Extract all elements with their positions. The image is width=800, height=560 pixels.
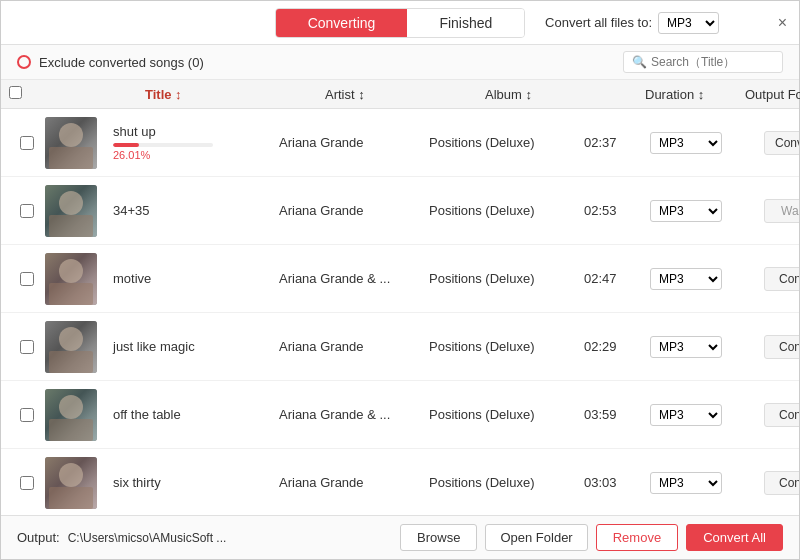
header-format-select[interactable]: MP3 MP4 WAV FLAC (658, 12, 719, 34)
song-title: shut up (113, 124, 275, 139)
search-input[interactable] (651, 55, 774, 69)
album-cell: Positions (Deluxe) (425, 339, 580, 354)
main-window: Converting Finished Convert all files to… (0, 0, 800, 560)
song-title: motive (113, 271, 275, 286)
exclude-checkbox[interactable] (17, 55, 31, 69)
song-title: 34+35 (113, 203, 275, 218)
format-select[interactable]: MP3 MP4 WAV FLAC (650, 200, 722, 222)
artist-cell: Ariana Grande (275, 203, 425, 218)
col-artist-header[interactable]: Artist ↕ (325, 87, 485, 102)
col-album-header[interactable]: Album ↕ (485, 87, 645, 102)
artist-cell: Ariana Grande (275, 475, 425, 490)
progress-text: 26.01% (113, 149, 275, 161)
row-checkbox[interactable] (20, 136, 34, 150)
col-duration-header[interactable]: Duration ↕ (645, 87, 745, 102)
row-checkbox-cell (9, 476, 45, 490)
action-cell: Converting × (760, 131, 799, 155)
converting-status-btn: Converting (764, 131, 799, 155)
title-cell: off the table (105, 407, 275, 422)
convert-all-button[interactable]: Convert All (686, 524, 783, 551)
select-all-checkbox[interactable] (9, 86, 22, 99)
row-checkbox-cell (9, 340, 45, 354)
title-cell: just like magic (105, 339, 275, 354)
album-cell: Positions (Deluxe) (425, 135, 580, 150)
format-select[interactable]: MP3 MP4 WAV FLAC (650, 336, 722, 358)
title-cell: 34+35 (105, 203, 275, 218)
convert-all-files-label: Convert all files to: MP3 MP4 WAV FLAC (545, 12, 719, 34)
format-select[interactable]: MP3 MP4 WAV FLAC (650, 404, 722, 426)
row-checkbox[interactable] (20, 340, 34, 354)
format-cell: MP3 MP4 WAV FLAC (650, 132, 760, 154)
output-path: C:\Users\micso\AMusicSoft ... (68, 531, 392, 545)
search-icon: 🔍 (632, 55, 647, 69)
thumbnail (45, 321, 97, 373)
row-checkbox[interactable] (20, 272, 34, 286)
format-select[interactable]: MP3 MP4 WAV FLAC (650, 268, 722, 290)
exclude-label: Exclude converted songs (0) (39, 55, 204, 70)
convert-button[interactable]: Convert (764, 471, 799, 495)
format-cell: MP3 MP4 WAV FLAC (650, 404, 760, 426)
convert-button[interactable]: Convert (764, 267, 799, 291)
action-cell: Convert × (760, 403, 799, 427)
row-checkbox[interactable] (20, 408, 34, 422)
thumbnail (45, 117, 97, 169)
tab-group: Converting Finished (275, 8, 526, 38)
thumbnail-image (45, 185, 97, 237)
progress-bar-container (113, 143, 213, 147)
row-checkbox-cell (9, 204, 45, 218)
open-folder-button[interactable]: Open Folder (485, 524, 587, 551)
action-cell: Waiting... × (760, 199, 799, 223)
table-row: just like magic Ariana Grande Positions … (1, 313, 799, 381)
table-row: off the table Ariana Grande & ... Positi… (1, 381, 799, 449)
thumbnail-image (45, 457, 97, 509)
col-title-header[interactable]: Title ↕ (145, 87, 325, 102)
title-cell: shut up 26.01% (105, 124, 275, 161)
format-select[interactable]: MP3 MP4 WAV FLAC (650, 132, 722, 154)
song-title: six thirty (113, 475, 275, 490)
convert-all-text: Convert all files to: (545, 15, 652, 30)
artist-cell: Ariana Grande (275, 339, 425, 354)
artist-cell: Ariana Grande & ... (275, 271, 425, 286)
duration-cell: 02:29 (580, 339, 650, 354)
progress-bar-fill (113, 143, 139, 147)
table-header: Title ↕ Artist ↕ Album ↕ Duration ↕ Outp… (1, 80, 799, 109)
footer: Output: C:\Users\micso\AMusicSoft ... Br… (1, 515, 799, 559)
row-checkbox[interactable] (20, 204, 34, 218)
format-cell: MP3 MP4 WAV FLAC (650, 472, 760, 494)
thumbnail (45, 457, 97, 509)
thumbnail-image (45, 117, 97, 169)
table-row: six thirty Ariana Grande Positions (Delu… (1, 449, 799, 515)
album-cell: Positions (Deluxe) (425, 475, 580, 490)
thumbnail-image (45, 253, 97, 305)
row-checkbox[interactable] (20, 476, 34, 490)
row-checkbox-cell (9, 136, 45, 150)
format-cell: MP3 MP4 WAV FLAC (650, 200, 760, 222)
toolbar: Exclude converted songs (0) 🔍 (1, 45, 799, 80)
close-button[interactable]: × (778, 14, 787, 32)
action-cell: Convert × (760, 471, 799, 495)
convert-button[interactable]: Convert (764, 403, 799, 427)
title-cell: six thirty (105, 475, 275, 490)
action-cell: Convert × (760, 267, 799, 291)
table-body: shut up 26.01% Ariana Grande Positions (… (1, 109, 799, 515)
remove-button[interactable]: Remove (596, 524, 678, 551)
duration-cell: 03:03 (580, 475, 650, 490)
search-box: 🔍 (623, 51, 783, 73)
tab-finished[interactable]: Finished (407, 9, 524, 37)
header: Converting Finished Convert all files to… (1, 1, 799, 45)
duration-cell: 02:37 (580, 135, 650, 150)
select-all-checkbox-cell (9, 86, 45, 102)
format-select[interactable]: MP3 MP4 WAV FLAC (650, 472, 722, 494)
title-cell: motive (105, 271, 275, 286)
thumbnail-image (45, 389, 97, 441)
table-row: shut up 26.01% Ariana Grande Positions (… (1, 109, 799, 177)
table-row: motive Ariana Grande & ... Positions (De… (1, 245, 799, 313)
tab-converting[interactable]: Converting (276, 9, 408, 37)
format-cell: MP3 MP4 WAV FLAC (650, 268, 760, 290)
convert-button[interactable]: Convert (764, 335, 799, 359)
song-title: off the table (113, 407, 275, 422)
thumbnail (45, 253, 97, 305)
browse-button[interactable]: Browse (400, 524, 477, 551)
thumbnail (45, 389, 97, 441)
duration-cell: 03:59 (580, 407, 650, 422)
